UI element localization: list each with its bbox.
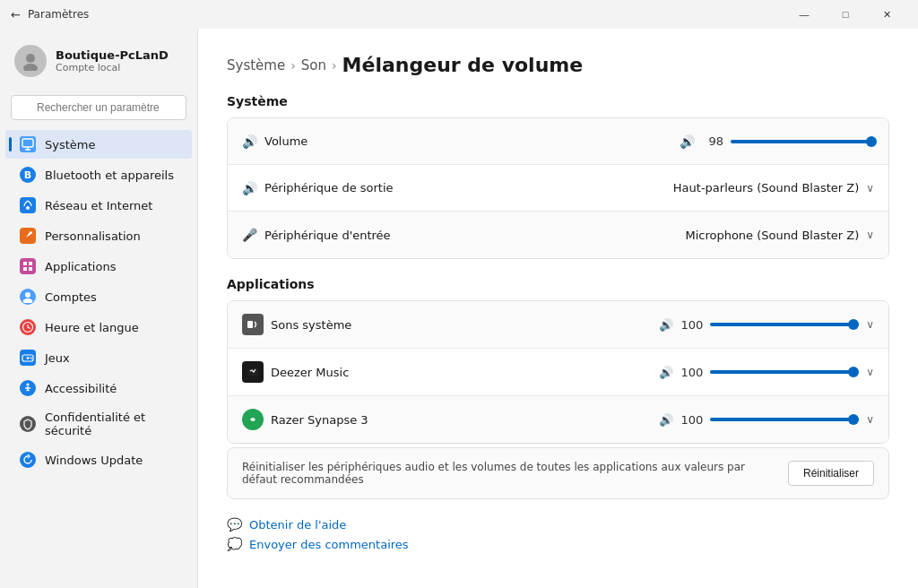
sons-slider-track[interactable] bbox=[710, 323, 853, 326]
reset-text: Réinitialiser les périphériques audio et… bbox=[242, 461, 777, 486]
search-input[interactable] bbox=[11, 95, 186, 120]
deezer-expand-icon[interactable]: ∨ bbox=[866, 366, 874, 378]
titlebar-controls: — □ ✕ bbox=[784, 0, 907, 29]
input-device-label: 🎤 Périphérique d'entrée bbox=[242, 228, 403, 242]
back-icon[interactable]: ← bbox=[11, 8, 21, 22]
sidebar-item-update[interactable]: Windows Update bbox=[5, 445, 192, 474]
help-icon: 💬 bbox=[227, 517, 242, 532]
sidebar-item-system[interactable]: Système bbox=[5, 130, 192, 159]
deezer-slider-track[interactable] bbox=[710, 370, 853, 374]
breadcrumb-sep-1: › bbox=[290, 58, 296, 73]
time-icon bbox=[20, 319, 36, 335]
volume-slider[interactable] bbox=[731, 140, 874, 143]
sidebar-profile[interactable]: Boutique-PcLanD Compte local bbox=[0, 36, 197, 91]
help-link[interactable]: 💬 Obtenir de l'aide bbox=[227, 517, 889, 532]
deezer-speaker-icon: 🔊 bbox=[659, 366, 673, 379]
reset-button[interactable]: Réinitialiser bbox=[788, 461, 874, 486]
apps-icon bbox=[20, 258, 36, 274]
apps-section: Applications Sons système 🔊 100 bbox=[227, 277, 889, 444]
sidebar-item-network[interactable]: Réseau et Internet bbox=[5, 191, 192, 220]
sidebar: Boutique-PcLanD Compte local 🔍 Système B… bbox=[0, 29, 197, 588]
breadcrumb: Système › Son › Mélangeur de volume bbox=[227, 54, 889, 76]
sons-expand-icon[interactable]: ∨ bbox=[866, 318, 874, 331]
network-icon bbox=[20, 197, 36, 213]
feedback-icon: 💭 bbox=[227, 537, 242, 551]
output-device-icon: 🔊 bbox=[242, 181, 257, 195]
svg-rect-10 bbox=[29, 267, 32, 271]
output-chevron-icon: ∨ bbox=[866, 182, 874, 195]
breadcrumb-sep-2: › bbox=[332, 58, 337, 73]
maximize-button[interactable]: □ bbox=[825, 0, 866, 29]
volume-speaker-icon: 🔊 bbox=[680, 134, 695, 149]
section-title-apps: Applications bbox=[227, 277, 889, 291]
update-icon bbox=[20, 452, 36, 468]
sidebar-item-bluetooth[interactable]: B Bluetooth et appareils bbox=[5, 160, 192, 189]
sons-slider[interactable] bbox=[710, 323, 853, 326]
sons-systeme-value: 🔊 100 ∨ bbox=[659, 318, 874, 332]
page-title: Mélangeur de volume bbox=[342, 54, 584, 76]
feedback-link[interactable]: 💭 Envoyer des commentaires bbox=[227, 537, 889, 551]
deezer-slider-thumb[interactable] bbox=[848, 367, 859, 377]
deezer-volume-number: 100 bbox=[680, 366, 703, 379]
footer-links: 💬 Obtenir de l'aide 💭 Envoyer des commen… bbox=[227, 517, 889, 551]
sidebar-item-apps[interactable]: Applications bbox=[5, 252, 192, 281]
razer-icon bbox=[242, 409, 264, 430]
razer-volume-number: 100 bbox=[680, 413, 703, 427]
razer-slider-track[interactable] bbox=[710, 418, 853, 421]
svg-rect-7 bbox=[23, 262, 27, 265]
svg-rect-9 bbox=[23, 267, 27, 271]
sidebar-item-accessibility[interactable]: Accessibilité bbox=[5, 374, 192, 402]
profile-info: Boutique-PcLanD Compte local bbox=[56, 48, 169, 74]
app-row-sons-systeme: Sons système 🔊 100 ∨ bbox=[228, 301, 888, 349]
sidebar-label-privacy: Confidentialité et sécurité bbox=[45, 411, 178, 437]
sons-speaker-icon: 🔊 bbox=[659, 318, 673, 332]
sidebar-item-privacy[interactable]: Confidentialité et sécurité bbox=[5, 404, 192, 444]
sons-slider-thumb[interactable] bbox=[848, 319, 859, 330]
sidebar-item-personalization[interactable]: Personnalisation bbox=[5, 221, 192, 250]
razer-expand-icon[interactable]: ∨ bbox=[866, 413, 874, 426]
breadcrumb-system[interactable]: Système bbox=[227, 57, 285, 74]
output-device-value[interactable]: Haut-parleurs (Sound Blaster Z) ∨ bbox=[673, 181, 874, 195]
sidebar-label-bluetooth: Bluetooth et appareils bbox=[45, 169, 174, 182]
accessibility-icon bbox=[20, 380, 36, 396]
svg-rect-8 bbox=[29, 262, 32, 265]
personalization-icon bbox=[20, 228, 36, 244]
svg-rect-2 bbox=[22, 139, 33, 147]
razer-speaker-icon: 🔊 bbox=[659, 413, 673, 427]
close-button[interactable]: ✕ bbox=[866, 0, 907, 29]
razer-slider-fill bbox=[710, 418, 853, 421]
volume-label: 🔊 Volume bbox=[242, 134, 403, 149]
search-container: 🔍 bbox=[0, 91, 197, 129]
svg-point-6 bbox=[30, 231, 32, 234]
input-device-text: Microphone (Sound Blaster Z) bbox=[685, 229, 859, 242]
svg-point-21 bbox=[27, 384, 30, 386]
sidebar-label-accounts: Comptes bbox=[45, 290, 97, 304]
slider-track[interactable] bbox=[731, 140, 874, 143]
svg-rect-27 bbox=[247, 368, 258, 376]
bluetooth-icon: B bbox=[20, 167, 36, 183]
profile-name: Boutique-PcLanD bbox=[56, 48, 169, 62]
reset-row: Réinitialiser les périphériques audio et… bbox=[227, 447, 889, 499]
svg-line-25 bbox=[28, 390, 30, 391]
volume-icon: 🔊 bbox=[242, 134, 257, 149]
sons-slider-fill bbox=[710, 323, 853, 326]
svg-point-11 bbox=[25, 292, 30, 298]
volume-value: 🔊 98 bbox=[680, 134, 874, 149]
breadcrumb-son[interactable]: Son bbox=[301, 57, 326, 74]
sidebar-label-system: Système bbox=[45, 138, 95, 151]
minimize-button[interactable]: — bbox=[784, 0, 825, 29]
razer-slider-thumb[interactable] bbox=[848, 414, 859, 425]
output-device-row: 🔊 Périphérique de sortie Haut-parleurs (… bbox=[228, 165, 888, 212]
accounts-icon bbox=[20, 289, 36, 305]
main-content: Système › Son › Mélangeur de volume Syst… bbox=[197, 29, 918, 588]
app-container: Boutique-PcLanD Compte local 🔍 Système B… bbox=[0, 29, 918, 588]
sidebar-item-gaming[interactable]: Jeux bbox=[5, 343, 192, 372]
sidebar-item-time[interactable]: Heure et langue bbox=[5, 313, 192, 342]
sidebar-item-accounts[interactable]: Comptes bbox=[5, 282, 192, 311]
deezer-slider[interactable] bbox=[710, 370, 853, 374]
razer-slider[interactable] bbox=[710, 418, 853, 421]
deezer-icon bbox=[242, 361, 264, 383]
input-device-value[interactable]: Microphone (Sound Blaster Z) ∨ bbox=[685, 229, 874, 242]
apps-card: Sons système 🔊 100 ∨ bbox=[227, 300, 889, 444]
slider-thumb[interactable] bbox=[866, 136, 877, 147]
